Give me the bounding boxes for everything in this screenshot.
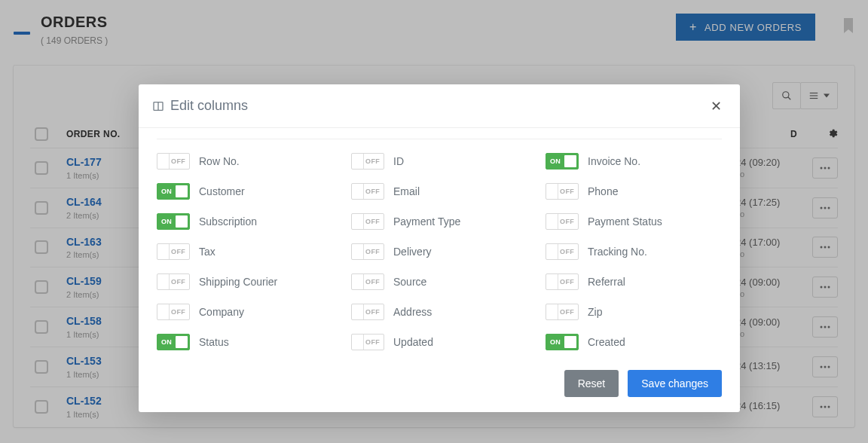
toggle-switch[interactable]: ON [157, 183, 190, 200]
toggle-knob [546, 274, 558, 289]
toggle-switch[interactable]: OFF [157, 243, 190, 260]
toggle-text: OFF [365, 278, 380, 286]
column-label: Customer [199, 185, 245, 197]
toggle-switch[interactable]: OFF [546, 213, 579, 230]
modal-footer: Reset Save changes [139, 358, 740, 412]
column-label: Tracking No. [588, 246, 647, 258]
toggle-switch[interactable]: OFF [351, 183, 384, 200]
toggle-switch[interactable]: ON [546, 153, 579, 170]
toggle-knob [176, 215, 188, 228]
toggle-switch[interactable]: OFF [351, 243, 384, 260]
toggle-text: OFF [560, 188, 574, 195]
column-label: Row No. [199, 155, 240, 167]
column-label: Invoice No. [588, 155, 640, 167]
column-label: Status [199, 336, 229, 348]
toggle-switch[interactable]: OFF [546, 273, 579, 290]
modal-header: Edit columns ✕ [139, 84, 740, 128]
column-toggle-item: OFFCompany [157, 304, 333, 320]
column-label: Created [588, 336, 625, 348]
column-toggle-item: OFFRow No. [157, 153, 333, 170]
column-label: Tax [199, 246, 215, 258]
toggle-knob [352, 304, 364, 319]
column-label: Address [393, 306, 432, 318]
column-toggle-item: ONCreated [546, 334, 722, 350]
toggle-text: OFF [560, 218, 574, 225]
column-label: Email [393, 185, 420, 197]
toggle-knob [564, 155, 576, 167]
column-toggle-item: OFFTracking No. [546, 243, 722, 260]
toggle-text: ON [161, 338, 172, 346]
toggle-knob [157, 154, 170, 169]
toggle-switch[interactable]: OFF [157, 273, 190, 290]
column-label: Updated [393, 336, 433, 348]
toggle-knob [176, 185, 188, 197]
toggle-text: OFF [365, 157, 380, 165]
toggle-knob [546, 214, 558, 229]
toggle-text: OFF [171, 248, 185, 255]
toggle-knob [352, 154, 364, 169]
column-label: Subscription [199, 215, 257, 228]
columns-grid: OFFRow No.OFFIDONInvoice No.ONCustomerOF… [157, 153, 722, 350]
toggle-knob [176, 336, 188, 348]
toggle-text: OFF [171, 157, 185, 165]
column-toggle-item: OFFTax [157, 243, 333, 260]
toggle-text: OFF [365, 338, 380, 346]
column-label: Company [199, 306, 244, 318]
close-icon[interactable]: ✕ [711, 99, 722, 113]
toggle-text: OFF [560, 278, 574, 286]
column-toggle-item: ONCustomer [157, 183, 333, 200]
toggle-text: OFF [560, 308, 574, 316]
toggle-switch[interactable]: OFF [351, 304, 384, 320]
toggle-switch[interactable]: OFF [351, 213, 384, 230]
reset-button[interactable]: Reset [564, 370, 619, 397]
column-toggle-item: ONStatus [157, 334, 333, 350]
toggle-text: OFF [365, 308, 380, 316]
save-changes-button[interactable]: Save changes [628, 370, 722, 397]
toggle-text: ON [550, 157, 561, 165]
toggle-knob [352, 244, 364, 259]
toggle-text: OFF [171, 308, 185, 316]
toggle-switch[interactable]: OFF [546, 183, 579, 200]
edit-columns-modal: Edit columns ✕ OFFRow No.OFFIDONInvoice … [139, 84, 740, 412]
column-toggle-item: OFFShipping Courier [157, 273, 333, 290]
toggle-switch[interactable]: OFF [157, 153, 190, 170]
toggle-switch[interactable]: OFF [546, 304, 579, 320]
column-toggle-item: OFFReferral [546, 273, 722, 290]
modal-divider [157, 139, 722, 139]
toggle-knob [157, 304, 170, 319]
toggle-switch[interactable]: ON [157, 334, 190, 350]
column-label: Shipping Courier [199, 276, 277, 288]
column-label: Payment Type [393, 215, 460, 228]
toggle-text: OFF [365, 188, 380, 195]
toggle-knob [157, 244, 170, 259]
column-toggle-item: OFFEmail [351, 183, 527, 200]
toggle-knob [546, 244, 558, 259]
toggle-knob [564, 336, 576, 348]
column-toggle-item: OFFPayment Type [351, 213, 527, 230]
toggle-text: OFF [365, 248, 380, 255]
toggle-switch[interactable]: OFF [351, 334, 384, 350]
toggle-switch[interactable]: OFF [157, 304, 190, 320]
column-toggle-item: OFFSource [351, 273, 527, 290]
column-toggle-item: ONInvoice No. [546, 153, 722, 170]
toggle-text: ON [550, 338, 561, 346]
toggle-text: OFF [365, 218, 380, 225]
toggle-switch[interactable]: OFF [351, 153, 384, 170]
toggle-text: ON [161, 188, 172, 195]
toggle-knob [352, 335, 364, 350]
toggle-knob [546, 304, 558, 319]
column-label: ID [393, 155, 404, 167]
toggle-switch[interactable]: ON [546, 334, 579, 350]
toggle-text: ON [161, 218, 172, 225]
toggle-knob [352, 274, 364, 289]
column-label: Zip [588, 306, 602, 318]
column-toggle-item: OFFPayment Status [546, 213, 722, 230]
column-toggle-item: ONSubscription [157, 213, 333, 230]
toggle-switch[interactable]: ON [157, 213, 190, 230]
toggle-switch[interactable]: OFF [546, 243, 579, 260]
toggle-knob [157, 274, 170, 289]
toggle-switch[interactable]: OFF [351, 273, 384, 290]
column-label: Referral [588, 276, 625, 288]
toggle-knob [352, 184, 364, 199]
toggle-knob [352, 214, 364, 229]
